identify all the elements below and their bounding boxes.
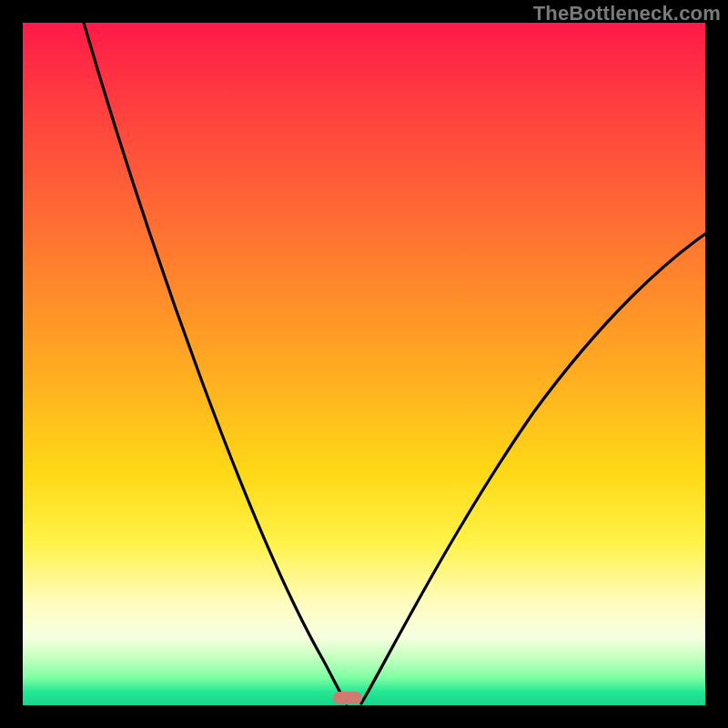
curve-right-branch (361, 234, 705, 703)
chart-frame: TheBottleneck.com (0, 0, 728, 728)
curve-left-branch (84, 23, 347, 703)
minimum-marker (333, 692, 362, 704)
bottleneck-curve (23, 23, 705, 705)
plot-area (23, 23, 705, 705)
watermark-text: TheBottleneck.com (533, 2, 721, 25)
